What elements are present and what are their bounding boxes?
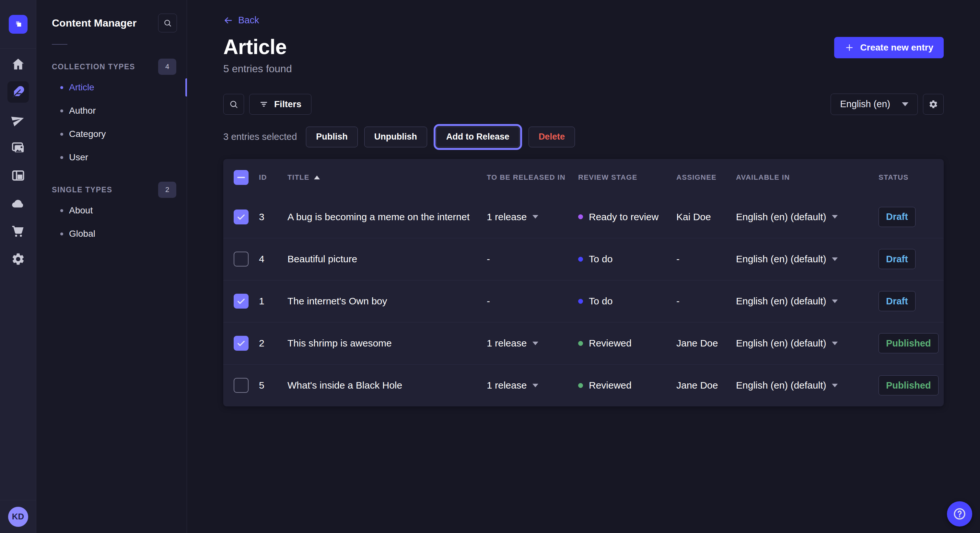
sidebar-item-list: ArticleAuthorCategoryUser [36, 76, 187, 169]
locale-select[interactable]: English (en) [830, 94, 918, 115]
gear-icon [11, 252, 25, 266]
row-review-stage: To do [575, 254, 672, 265]
bullet-icon [60, 133, 63, 136]
bullet-icon [60, 109, 63, 113]
avatar[interactable]: KD [8, 507, 28, 527]
select-all-checkbox[interactable] [234, 170, 248, 185]
row-checkbox-cell [223, 336, 256, 351]
row-status: Published [875, 375, 944, 395]
indeterminate-dash-icon [237, 177, 245, 178]
row-checkbox[interactable] [234, 209, 248, 224]
back-link[interactable]: Back [223, 15, 259, 25]
row-checkbox-cell [223, 378, 256, 393]
row-checkbox[interactable] [234, 336, 248, 351]
add-to-release-button[interactable]: Add to Release [436, 127, 520, 148]
view-settings-button[interactable] [923, 94, 944, 115]
column-header-label: ID [259, 173, 267, 182]
table-row: 3A bug is becoming a meme on the interne… [223, 196, 944, 238]
main-content: Back Article 5 entries found Create new … [187, 0, 980, 533]
review-stage-label: To do [589, 296, 612, 307]
status-badge: Draft [878, 249, 915, 269]
help-button[interactable] [947, 501, 972, 527]
review-stage-label: Reviewed [589, 380, 632, 391]
row-release[interactable]: 1 release [482, 211, 575, 222]
sidebar-section-label: SINGLE TYPES [52, 186, 113, 194]
review-stage-dot [578, 299, 583, 304]
row-locale[interactable]: English (en) (default) [732, 254, 875, 265]
nav-gear-item[interactable] [10, 251, 26, 267]
row-review-stage: Reviewed [575, 380, 672, 391]
review-stage-label: Ready to review [589, 211, 659, 222]
sidebar-item-article[interactable]: Article [36, 76, 187, 99]
search-entries-button[interactable] [223, 94, 244, 115]
chevron-down-icon [902, 102, 908, 106]
nav-media-item[interactable] [10, 140, 26, 155]
delete-button[interactable]: Delete [528, 127, 575, 148]
row-checkbox[interactable] [234, 378, 248, 393]
app-nav-rail: KD [0, 0, 36, 533]
sidebar-item-author[interactable]: Author [36, 99, 187, 122]
nav-send-item[interactable] [10, 112, 26, 128]
column-header-to-be-released-in: TO BE RELEASED IN [482, 173, 575, 182]
sidebar-item-global[interactable]: Global [36, 222, 187, 246]
column-header-title[interactable]: TITLE [284, 173, 482, 182]
chevron-down-icon [533, 384, 538, 387]
sidebar-item-label: About [69, 205, 93, 216]
nav-layout-item[interactable] [10, 168, 26, 183]
table-row: 1The internet's Own boy-To do-English (e… [223, 280, 944, 322]
sidebar-sections: COLLECTION TYPES4ArticleAuthorCategoryUs… [36, 46, 187, 246]
locale-label: English (en) (default) [736, 338, 826, 349]
row-checkbox-cell [223, 209, 256, 224]
sidebar-item-about[interactable]: About [36, 199, 187, 222]
row-checkbox[interactable] [234, 252, 248, 266]
filters-button[interactable]: Filters [249, 94, 312, 115]
selected-count-text: 3 entries selected [223, 132, 297, 142]
row-id: 3 [256, 211, 284, 222]
row-checkbox[interactable] [234, 294, 248, 309]
cloud-icon [11, 196, 25, 211]
review-stage-dot [578, 383, 583, 388]
row-release[interactable]: 1 release [482, 338, 575, 349]
sidebar-section: SINGLE TYPES2AboutGlobal [36, 181, 187, 246]
row-status: Draft [875, 249, 944, 269]
bullet-icon [60, 156, 63, 159]
row-status: Draft [875, 207, 944, 227]
search-icon [229, 100, 238, 109]
bulk-actions: PublishUnpublishAdd to ReleaseDelete [306, 127, 575, 148]
release-label: 1 release [487, 211, 527, 222]
unpublish-button[interactable]: Unpublish [364, 127, 427, 148]
strapi-logo-icon [13, 19, 24, 30]
nav-home-item[interactable] [10, 56, 26, 72]
rail-logo-area [0, 0, 36, 49]
sidebar-section-header[interactable]: COLLECTION TYPES4 [36, 58, 187, 76]
nav-cloud-item[interactable] [10, 195, 26, 211]
row-title: Beautiful picture [284, 254, 482, 265]
column-header-label: REVIEW STAGE [578, 173, 638, 182]
row-review-stage: To do [575, 296, 672, 307]
sidebar-item-category[interactable]: Category [36, 122, 187, 146]
chevron-down-icon [832, 257, 838, 261]
create-new-entry-button[interactable]: Create new entry [834, 37, 944, 58]
column-header-id: ID [256, 173, 284, 182]
sidebar-search-button[interactable] [158, 14, 177, 32]
strapi-logo[interactable] [9, 15, 27, 34]
status-badge: Published [878, 375, 939, 395]
rail-user-area: KD [0, 500, 36, 533]
sidebar-section-header[interactable]: SINGLE TYPES2 [36, 181, 187, 199]
row-release[interactable]: 1 release [482, 380, 575, 391]
table-row: 4Beautiful picture-To do-English (en) (d… [223, 238, 944, 280]
status-badge: Draft [878, 207, 915, 227]
column-header-label: STATUS [878, 173, 909, 182]
row-locale[interactable]: English (en) (default) [732, 296, 875, 307]
chevron-down-icon [832, 300, 838, 303]
row-locale[interactable]: English (en) (default) [732, 211, 875, 222]
row-locale[interactable]: English (en) (default) [732, 380, 875, 391]
row-locale[interactable]: English (en) (default) [732, 338, 875, 349]
column-header-label: ASSIGNEE [676, 173, 716, 182]
nav-feather-item[interactable] [8, 81, 29, 103]
sidebar-section: COLLECTION TYPES4ArticleAuthorCategoryUs… [36, 58, 187, 169]
publish-button[interactable]: Publish [306, 127, 358, 148]
media-icon [11, 141, 25, 155]
sidebar-item-user[interactable]: User [36, 146, 187, 169]
nav-cart-item[interactable] [10, 224, 26, 239]
